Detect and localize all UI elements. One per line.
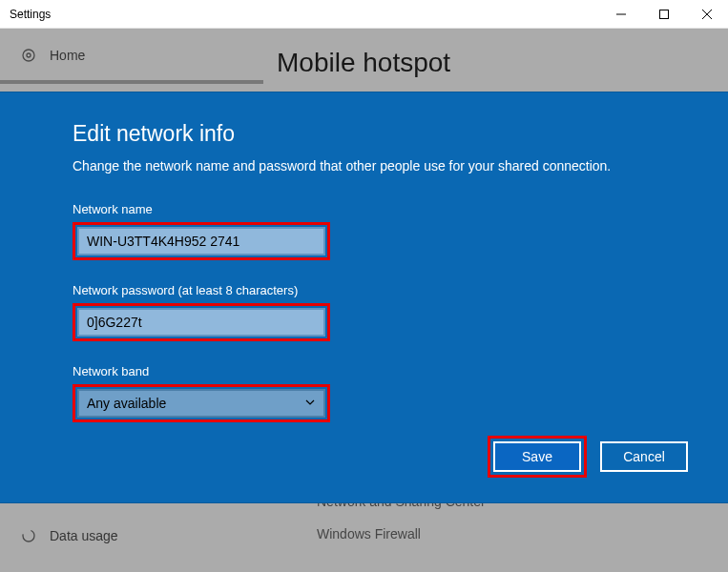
- window-title: Settings: [10, 8, 51, 21]
- chevron-down-icon: [304, 396, 316, 411]
- network-password-label: Network password (at least 8 characters): [73, 283, 671, 297]
- highlight-box: [73, 303, 330, 341]
- title-bar: Settings: [0, 0, 728, 29]
- network-band-value: Any available: [87, 396, 166, 411]
- network-band-select[interactable]: Any available: [77, 389, 325, 418]
- cancel-button[interactable]: Cancel: [600, 441, 688, 472]
- save-button-label: Save: [522, 449, 552, 464]
- network-name-label: Network name: [73, 202, 671, 216]
- network-name-input[interactable]: [77, 227, 325, 255]
- network-band-label: Network band: [73, 364, 671, 378]
- save-button[interactable]: Save: [493, 441, 581, 472]
- dialog-title: Edit network info: [73, 121, 671, 147]
- highlight-box: Save: [488, 436, 587, 478]
- dialog-button-row: Save Cancel: [488, 436, 688, 478]
- network-password-input[interactable]: [77, 308, 325, 337]
- network-name-group: Network name: [73, 202, 671, 260]
- svg-rect-1: [659, 10, 668, 18]
- network-password-group: Network password (at least 8 characters): [73, 283, 671, 341]
- highlight-box: [73, 222, 330, 260]
- highlight-box: Any available: [73, 384, 330, 422]
- close-button[interactable]: [685, 0, 728, 29]
- maximize-button[interactable]: [642, 0, 685, 29]
- edit-network-info-dialog: Edit network info Change the network nam…: [0, 92, 728, 503]
- minimize-button[interactable]: [599, 0, 642, 29]
- network-band-group: Network band Any available: [73, 364, 671, 422]
- cancel-button-label: Cancel: [623, 449, 665, 464]
- dialog-description: Change the network name and password tha…: [73, 158, 671, 174]
